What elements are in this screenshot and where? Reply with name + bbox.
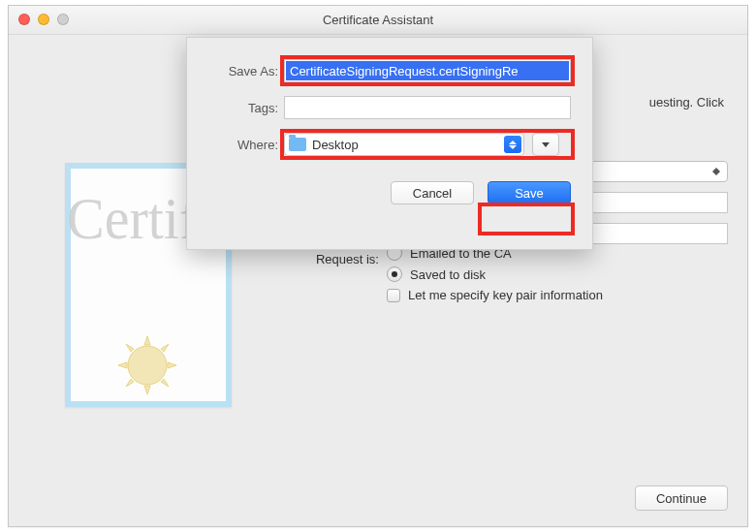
window-title: Certificate Assistant — [323, 13, 433, 27]
tags-label: Tags: — [208, 101, 278, 115]
cancel-button[interactable]: Cancel — [391, 181, 474, 204]
saveas-label: Save As: — [208, 64, 278, 78]
save-button-label: Save — [515, 186, 544, 201]
where-value: Desktop — [312, 138, 359, 152]
chevron-updown-icon — [504, 136, 521, 153]
traffic-lights — [18, 14, 69, 25]
radio-saved-to-disk[interactable] — [387, 266, 402, 282]
where-select[interactable]: Desktop — [284, 133, 524, 156]
instruction-text-fragment: uesting. Click — [649, 95, 724, 110]
checkbox-keypair-label: Let me specify key pair information — [408, 288, 603, 302]
svg-point-0 — [128, 346, 167, 385]
content: uesting. Click Certif — [9, 35, 747, 526]
tags-input[interactable] — [284, 96, 571, 119]
folder-icon — [289, 138, 306, 151]
radio-savedisk-label: Saved to disk — [410, 267, 486, 282]
titlebar: Certificate Assistant — [9, 6, 747, 35]
zoom-icon — [57, 14, 69, 25]
saveas-value: CertificateSigningRequest.certSigningRe — [286, 61, 569, 80]
continue-button-label: Continue — [656, 491, 707, 506]
window: Certificate Assistant uesting. Click Cer… — [8, 5, 748, 527]
chevron-updown-icon — [709, 165, 723, 178]
where-label: Where: — [208, 138, 278, 152]
chevron-down-icon — [542, 142, 550, 147]
highlight-save — [478, 203, 575, 235]
expand-button[interactable] — [532, 133, 559, 156]
save-sheet: Save As: CertificateSigningRequest.certS… — [186, 37, 593, 250]
cancel-button-label: Cancel — [413, 186, 452, 201]
save-button[interactable]: Save — [488, 181, 571, 204]
seal-icon — [113, 331, 181, 399]
request-is-label: Request is: — [241, 252, 379, 266]
checkbox-keypair[interactable] — [387, 289, 400, 302]
continue-button[interactable]: Continue — [635, 485, 728, 511]
close-icon[interactable] — [18, 14, 30, 25]
minimize-icon[interactable] — [38, 14, 49, 25]
saveas-input[interactable]: CertificateSigningRequest.certSigningRe — [284, 59, 571, 82]
